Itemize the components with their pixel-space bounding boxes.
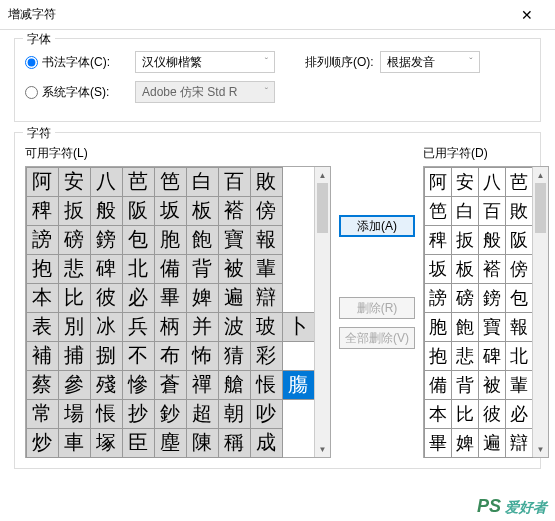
char-cell[interactable]: 被 bbox=[478, 370, 506, 400]
char-cell[interactable]: 輩 bbox=[250, 254, 283, 284]
char-cell[interactable]: 悲 bbox=[451, 341, 479, 371]
char-cell[interactable]: 阿 bbox=[424, 167, 452, 197]
char-cell[interactable]: 傍 bbox=[505, 254, 533, 284]
char-cell[interactable]: 安 bbox=[58, 167, 91, 197]
char-cell[interactable]: 報 bbox=[250, 225, 283, 255]
char-cell[interactable]: 別 bbox=[58, 312, 91, 342]
char-cell[interactable]: 殘 bbox=[90, 370, 123, 400]
char-cell[interactable]: 謗 bbox=[424, 283, 452, 313]
char-cell[interactable]: 鈔 bbox=[154, 399, 187, 429]
scroll-track[interactable] bbox=[315, 183, 330, 441]
char-cell[interactable]: 本 bbox=[26, 283, 59, 313]
char-cell[interactable]: 成 bbox=[250, 428, 283, 458]
char-cell[interactable]: 安 bbox=[451, 167, 479, 197]
char-cell[interactable]: 被 bbox=[218, 254, 251, 284]
char-cell[interactable]: 辯 bbox=[505, 428, 533, 458]
char-cell[interactable]: 寶 bbox=[218, 225, 251, 255]
char-cell[interactable]: 辯 bbox=[250, 283, 283, 313]
char-cell[interactable]: 稗 bbox=[424, 225, 452, 255]
char-cell[interactable]: 不 bbox=[122, 341, 155, 371]
char-cell[interactable]: 卜 bbox=[282, 312, 315, 342]
char-cell[interactable]: 艙 bbox=[218, 370, 251, 400]
char-cell[interactable]: 鎊 bbox=[90, 225, 123, 255]
char-cell[interactable]: 白 bbox=[451, 196, 479, 226]
char-cell[interactable]: 謗 bbox=[26, 225, 59, 255]
char-cell[interactable]: 坂 bbox=[424, 254, 452, 284]
char-cell[interactable]: 朝 bbox=[218, 399, 251, 429]
char-cell[interactable]: 阿 bbox=[26, 167, 59, 197]
char-cell[interactable]: 輩 bbox=[505, 370, 533, 400]
char-cell[interactable]: 彼 bbox=[478, 399, 506, 429]
char-cell[interactable]: 柄 bbox=[154, 312, 187, 342]
char-cell[interactable]: 背 bbox=[186, 254, 219, 284]
char-cell[interactable]: 胞 bbox=[424, 312, 452, 342]
char-cell[interactable]: 褡 bbox=[478, 254, 506, 284]
char-cell[interactable]: 蒼 bbox=[154, 370, 187, 400]
char-cell[interactable]: 必 bbox=[505, 399, 533, 429]
char-cell[interactable]: 傍 bbox=[250, 196, 283, 226]
char-cell[interactable]: 磅 bbox=[58, 225, 91, 255]
char-cell[interactable]: 備 bbox=[424, 370, 452, 400]
char-cell[interactable]: 北 bbox=[505, 341, 533, 371]
char-cell[interactable]: 扳 bbox=[58, 196, 91, 226]
char-cell[interactable]: 胞 bbox=[154, 225, 187, 255]
char-cell[interactable]: 抱 bbox=[26, 254, 59, 284]
char-cell[interactable]: 褡 bbox=[218, 196, 251, 226]
scroll-thumb[interactable] bbox=[317, 183, 328, 233]
char-cell[interactable]: 膓 bbox=[282, 370, 315, 400]
char-cell[interactable]: 場 bbox=[58, 399, 91, 429]
char-cell[interactable]: 表 bbox=[26, 312, 59, 342]
char-cell[interactable]: 稱 bbox=[218, 428, 251, 458]
scroll-down-icon[interactable]: ▼ bbox=[315, 441, 330, 457]
scroll-up-icon[interactable]: ▲ bbox=[315, 167, 330, 183]
char-cell[interactable]: 吵 bbox=[250, 399, 283, 429]
char-cell[interactable]: 波 bbox=[218, 312, 251, 342]
char-cell[interactable]: 遍 bbox=[218, 283, 251, 313]
char-cell[interactable]: 車 bbox=[58, 428, 91, 458]
char-cell[interactable]: 禪 bbox=[186, 370, 219, 400]
char-cell[interactable]: 布 bbox=[154, 341, 187, 371]
char-cell[interactable]: 阪 bbox=[122, 196, 155, 226]
char-cell[interactable]: 婢 bbox=[451, 428, 479, 458]
char-cell[interactable]: 包 bbox=[505, 283, 533, 313]
char-cell[interactable]: 芭 bbox=[505, 167, 533, 197]
char-cell[interactable]: 超 bbox=[186, 399, 219, 429]
char-cell[interactable]: 炒 bbox=[26, 428, 59, 458]
system-radio-input[interactable] bbox=[25, 86, 38, 99]
char-cell[interactable]: 冰 bbox=[90, 312, 123, 342]
char-cell[interactable]: 稗 bbox=[26, 196, 59, 226]
char-cell[interactable]: 背 bbox=[451, 370, 479, 400]
char-cell[interactable]: 悲 bbox=[58, 254, 91, 284]
char-cell[interactable]: 北 bbox=[122, 254, 155, 284]
char-cell[interactable]: 必 bbox=[122, 283, 155, 313]
close-button[interactable]: ✕ bbox=[507, 0, 547, 30]
char-cell[interactable]: 坂 bbox=[154, 196, 187, 226]
char-cell[interactable]: 常 bbox=[26, 399, 59, 429]
char-cell[interactable]: 彼 bbox=[90, 283, 123, 313]
char-cell[interactable]: 蔡 bbox=[26, 370, 59, 400]
char-cell[interactable]: 百 bbox=[218, 167, 251, 197]
char-cell[interactable]: 寶 bbox=[478, 312, 506, 342]
char-cell[interactable]: 板 bbox=[186, 196, 219, 226]
char-cell[interactable]: 比 bbox=[451, 399, 479, 429]
char-cell[interactable]: 悵 bbox=[90, 399, 123, 429]
char-cell[interactable]: 比 bbox=[58, 283, 91, 313]
char-cell[interactable]: 捕 bbox=[58, 341, 91, 371]
char-cell[interactable]: 阪 bbox=[505, 225, 533, 255]
char-cell[interactable]: 猜 bbox=[218, 341, 251, 371]
sort-order-select[interactable]: 根据发音 ˇ bbox=[380, 51, 480, 73]
char-cell[interactable]: 笆 bbox=[424, 196, 452, 226]
char-cell[interactable]: 般 bbox=[478, 225, 506, 255]
char-cell[interactable]: 畢 bbox=[154, 283, 187, 313]
scroll-thumb[interactable] bbox=[535, 183, 546, 233]
scroll-up-icon[interactable]: ▲ bbox=[533, 167, 548, 183]
char-cell[interactable]: 抄 bbox=[122, 399, 155, 429]
available-scrollbar[interactable]: ▲ ▼ bbox=[314, 167, 330, 457]
char-cell[interactable]: 塵 bbox=[154, 428, 187, 458]
char-cell[interactable]: 板 bbox=[451, 254, 479, 284]
calligraphy-font-select[interactable]: 汉仪柳楷繁 ˇ bbox=[135, 51, 275, 73]
char-cell[interactable]: 怖 bbox=[186, 341, 219, 371]
char-cell[interactable]: 碑 bbox=[478, 341, 506, 371]
char-cell[interactable]: 八 bbox=[478, 167, 506, 197]
char-cell[interactable]: 婢 bbox=[186, 283, 219, 313]
